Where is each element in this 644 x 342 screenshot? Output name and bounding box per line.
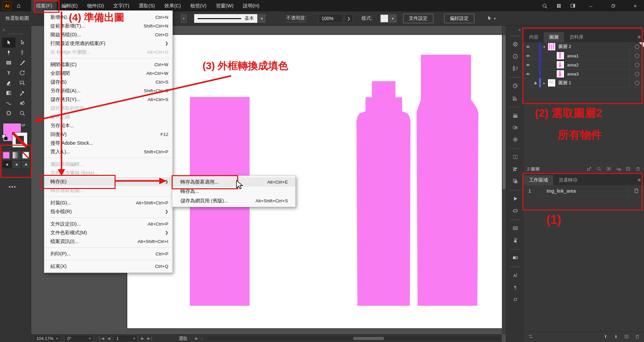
target-icon[interactable]	[635, 81, 639, 85]
lock-toggle[interactable]	[532, 42, 539, 51]
visibility-toggle[interactable]	[524, 60, 532, 69]
layer-name[interactable]: 圖層 2	[558, 44, 571, 50]
color-guide-panel-icon[interactable]	[509, 92, 522, 104]
style-swatch-dropdown[interactable]: ▾	[380, 11, 397, 26]
tab-資料庫[interactable]: 資料庫	[564, 32, 589, 42]
chevron-down-icon[interactable]: ▾	[541, 45, 548, 49]
file-menu-item-12[interactable]: 另存範本...	[44, 121, 172, 130]
layer-row-area2[interactable]: area2	[524, 60, 644, 69]
export-submenu-item-0[interactable]: 轉存為螢幕適用...Alt+Ctrl+E	[172, 177, 295, 187]
horizontal-scrollbar[interactable]	[208, 337, 501, 340]
pathfinder-panel-icon[interactable]	[509, 175, 522, 187]
menu-item-6[interactable]: 檢視(V)	[185, 0, 211, 11]
delete-artboard-icon[interactable]	[635, 334, 640, 340]
gradient-swatch[interactable]	[12, 152, 19, 159]
lock-toggle[interactable]	[532, 69, 539, 78]
variable-width-dropdown[interactable]: ▾	[181, 11, 187, 26]
artboard-name[interactable]: img_link_area	[542, 188, 628, 194]
layer-thumbnail[interactable]	[556, 61, 564, 69]
chevron-right-icon[interactable]: ▸	[541, 81, 548, 85]
rotation-dropdown[interactable]: 0°▾	[65, 335, 93, 342]
layer-target-cell[interactable]	[630, 69, 644, 78]
new-sublayer-icon[interactable]	[616, 166, 621, 173]
shape-builder-tool[interactable]	[15, 98, 29, 108]
visibility-toggle[interactable]	[524, 51, 532, 60]
document-setup-button[interactable]: 文件設定	[403, 11, 433, 26]
file-menu-item-2[interactable]: 開啟舊檔(O)...Ctrl+O	[44, 30, 172, 39]
file-menu-item-23[interactable]: 文件色彩模式(M)❯	[44, 228, 172, 237]
collapse-panel-icon[interactable]: »	[639, 26, 641, 30]
draw-inside-mode[interactable]	[21, 160, 31, 168]
restore-button[interactable]	[606, 0, 620, 11]
make-mask-icon[interactable]	[606, 166, 611, 173]
new-layer-icon[interactable]	[626, 166, 631, 173]
target-icon[interactable]	[635, 45, 639, 49]
layer-thumbnail[interactable]	[556, 70, 564, 78]
layer-thumbnail[interactable]	[548, 79, 556, 87]
selection-tool[interactable]	[2, 38, 15, 48]
workspace-panel-icon[interactable]	[569, 2, 576, 9]
layer-name[interactable]: area3	[567, 71, 579, 77]
file-menu-item-0[interactable]: 新增(N)...Ctrl+N	[44, 13, 172, 21]
move-up-icon[interactable]	[603, 334, 608, 340]
stroke-color-indicator[interactable]	[12, 132, 28, 148]
minimize-button[interactable]: –	[584, 0, 598, 11]
menu-item-5[interactable]: 效果(C)	[160, 0, 185, 11]
artboard-number-dropdown[interactable]: 1▾	[114, 335, 138, 342]
layer-row-area1[interactable]: area1	[524, 51, 644, 60]
dock-group-grip[interactable]	[510, 77, 520, 78]
tab-圖層[interactable]: 圖層	[544, 32, 564, 42]
opentype-panel-icon[interactable]: O	[509, 293, 522, 305]
links-panel-icon[interactable]	[509, 205, 522, 217]
stroke-panel-icon[interactable]	[509, 109, 522, 121]
fill-color-swatch[interactable]	[3, 152, 10, 159]
chevron-down-icon[interactable]: ▾	[257, 14, 266, 23]
history-panel-icon[interactable]	[509, 62, 522, 75]
tab-內容[interactable]: 內容	[524, 32, 544, 42]
direct-selection-tool[interactable]	[15, 38, 29, 48]
close-button[interactable]: ×	[628, 0, 643, 11]
layer-name[interactable]: area2	[567, 62, 579, 67]
panel-menu-icon[interactable]: ≡	[638, 177, 644, 185]
gradient-tool[interactable]	[2, 88, 15, 98]
live-paint-selection-tool[interactable]	[15, 78, 29, 88]
artboard-tool[interactable]	[2, 108, 15, 118]
file-menu-item-20[interactable]: 封裝(G)...Alt+Shift+Ctrl+P	[44, 198, 172, 207]
dock-group-grip[interactable]	[510, 190, 520, 191]
file-menu-item-14[interactable]: 搜尋 Adobe Stock...	[44, 139, 172, 147]
file-menu-item-8[interactable]: 另存新檔(A)...Shift+Ctrl+S	[44, 86, 172, 95]
paragraph-panel-icon[interactable]: ¶	[509, 281, 522, 293]
menu-item-3[interactable]: 文字(T)	[109, 0, 134, 11]
selection-options-dropdown[interactable]: ▾	[486, 11, 496, 26]
file-menu-item-1[interactable]: 從範本新增(T)...Shift+Ctrl+N	[44, 21, 172, 30]
info-panel-icon[interactable]: i	[509, 50, 522, 62]
file-menu-item-18[interactable]: 轉存(E)❯	[44, 177, 172, 186]
target-icon[interactable]	[635, 72, 639, 76]
lock-toggle[interactable]	[532, 51, 539, 60]
dock-group-grip[interactable]	[510, 36, 520, 36]
export-submenu-item-2[interactable]: 儲存為網頁用 (舊版)...Alt+Shift+Ctrl+S	[172, 196, 295, 205]
zoom-tool[interactable]	[15, 108, 29, 118]
artboard-page-icon[interactable]	[628, 185, 644, 196]
dock-group-grip[interactable]	[510, 266, 520, 267]
gradient-panel-icon[interactable]	[509, 252, 522, 264]
file-menu-item-5[interactable]: 關閉檔案(C)Ctrl+W	[44, 60, 172, 69]
brushes-panel-icon[interactable]	[509, 234, 522, 246]
apps-grid-icon[interactable]	[555, 2, 562, 9]
curvature-tool[interactable]	[15, 48, 29, 58]
next-artboard-icon[interactable]: ▶	[141, 336, 144, 341]
layer-name[interactable]: 圖層 1	[558, 80, 571, 86]
file-menu-item-7[interactable]: 儲存(S)Ctrl+S	[44, 78, 172, 86]
previous-artboard-icon[interactable]: ◀	[108, 336, 110, 341]
align-panel-icon[interactable]	[509, 163, 522, 175]
opacity-label[interactable]: 不透明度:	[286, 11, 306, 26]
none-swatch[interactable]	[22, 152, 29, 159]
file-menu-item-13[interactable]: 回復(V)F12	[44, 130, 172, 139]
tab-工作區域[interactable]: 工作區域	[524, 175, 553, 185]
stroke-style-dropdown[interactable]: 基本 ▾	[194, 11, 266, 26]
target-icon[interactable]	[635, 63, 639, 67]
layer-thumbnail[interactable]	[556, 52, 564, 60]
target-icon[interactable]	[635, 54, 639, 58]
toolbar-grip[interactable]	[8, 34, 23, 34]
zoom-level-dropdown[interactable]: 104.17%▾	[34, 335, 61, 342]
